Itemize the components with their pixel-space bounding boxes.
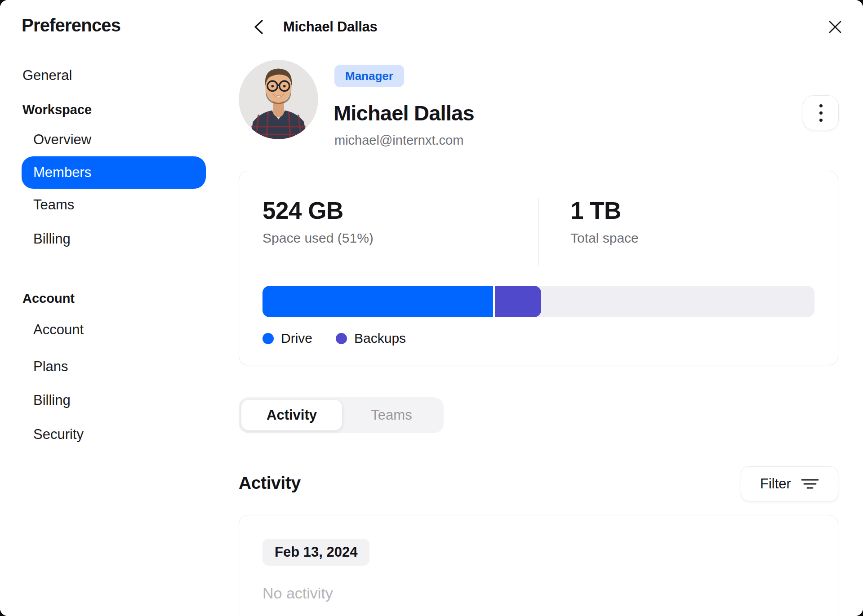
page-title: Michael Dallas <box>283 19 377 35</box>
chevron-left-icon <box>254 19 263 35</box>
sidebar-item-billing-workspace[interactable]: Billing <box>33 231 71 247</box>
total-space-stat: 1 TB Total space <box>539 198 639 266</box>
activity-list-card: Feb 13, 2024 No activity <box>239 515 838 616</box>
close-icon <box>828 20 842 34</box>
tab-activity[interactable]: Activity <box>241 400 342 430</box>
member-name: Michael Dallas <box>334 101 474 125</box>
storage-stats: 524 GB Space used (51%) 1 TB Total space <box>262 198 814 266</box>
avatar <box>239 60 318 139</box>
member-options-button[interactable] <box>803 95 839 130</box>
sidebar-item-general[interactable]: General <box>22 67 72 84</box>
kebab-menu-icon <box>819 104 823 107</box>
sidebar-item-plans[interactable]: Plans <box>33 359 68 375</box>
sidebar-item-members-label: Members <box>33 164 91 181</box>
sidebar-item-account[interactable]: Account <box>33 322 84 338</box>
space-used-value: 524 GB <box>262 198 538 223</box>
preferences-modal: Preferences General Workspace Overview M… <box>0 0 863 616</box>
total-space-value: 1 TB <box>570 198 639 223</box>
drive-legend-dot <box>262 333 274 344</box>
sidebar-item-billing-account[interactable]: Billing <box>33 392 71 408</box>
sidebar-section-workspace: Workspace <box>22 102 92 117</box>
sidebar: Preferences General Workspace Overview M… <box>0 0 215 616</box>
activity-empty-text: No activity <box>262 585 814 602</box>
total-space-label: Total space <box>570 230 639 246</box>
filter-button-label: Filter <box>760 476 791 492</box>
sidebar-item-members[interactable]: Members <box>22 156 206 189</box>
sidebar-item-security[interactable]: Security <box>33 426 84 443</box>
avatar-portrait-graphic <box>239 60 318 139</box>
role-badge: Manager <box>334 65 404 87</box>
progress-segment-backups <box>495 286 541 317</box>
sidebar-title: Preferences <box>22 15 120 35</box>
filter-icon <box>801 478 819 490</box>
tab-teams[interactable]: Teams <box>342 407 441 423</box>
space-used-stat: 524 GB Space used (51%) <box>262 198 539 266</box>
sidebar-section-account: Account <box>22 291 75 306</box>
storage-progress-bar <box>262 286 814 317</box>
member-email: michael@internxt.com <box>334 133 463 148</box>
back-button[interactable] <box>248 16 269 38</box>
storage-usage-card: 524 GB Space used (51%) 1 TB Total space… <box>239 171 838 365</box>
drive-legend-label: Drive <box>281 331 312 346</box>
sidebar-item-teams[interactable]: Teams <box>33 197 74 213</box>
activity-section-heading: Activity <box>239 473 301 493</box>
filter-button[interactable]: Filter <box>741 466 838 501</box>
close-button[interactable] <box>823 15 847 39</box>
detail-tabs: Activity Teams <box>239 397 444 433</box>
backups-legend-dot <box>336 333 347 344</box>
backups-legend-label: Backups <box>354 331 406 346</box>
activity-date-badge: Feb 13, 2024 <box>262 539 369 566</box>
member-detail-panel: Michael Dallas <box>215 0 863 616</box>
space-used-label: Space used (51%) <box>262 230 538 246</box>
storage-legend: Drive Backups <box>262 331 814 346</box>
progress-segment-drive <box>262 286 493 317</box>
sidebar-item-overview[interactable]: Overview <box>33 132 91 148</box>
